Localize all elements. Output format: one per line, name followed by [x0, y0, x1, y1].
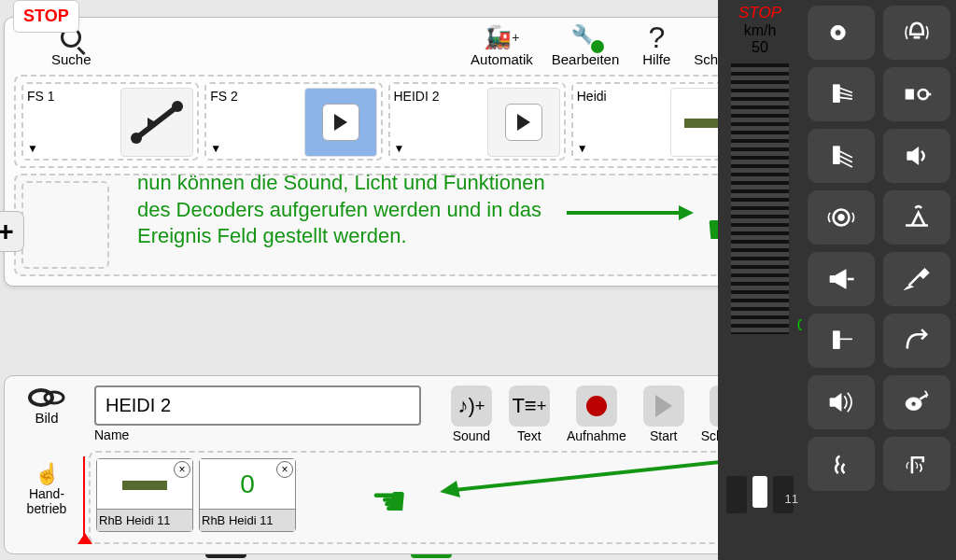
fn-steam-button[interactable]	[808, 437, 875, 491]
fn-cab-light-button[interactable]	[808, 314, 875, 368]
empty-slot[interactable]	[21, 181, 109, 269]
fn-light-rear-button[interactable]	[808, 129, 875, 183]
svg-point-0	[131, 133, 142, 144]
slot-fs1[interactable]: FS 1× ▼	[21, 82, 199, 161]
fn-pantograph-button[interactable]	[883, 190, 950, 245]
stop-button[interactable]: STOP	[13, 0, 79, 33]
speed-panel: STOP km/h 50 0 11	[718, 0, 802, 560]
record-icon	[586, 396, 607, 416]
card-close-icon[interactable]: ×	[174, 461, 190, 478]
headlight-icon	[825, 17, 857, 49]
top-panel: Suche 🚂+ Automatik 🔧 Bearbeiten ? Hilfe …	[4, 17, 766, 287]
light-cone-down-icon	[825, 140, 857, 172]
svg-point-7	[835, 30, 841, 36]
name-label: Name	[94, 427, 421, 442]
whistle-icon	[901, 386, 933, 418]
sound-icon: ♪)+	[451, 385, 492, 427]
slot-row: FS 1× ▼ FS 2× ▼ HEIDI 2× ▼ Heidi× ▼	[14, 75, 756, 168]
fn-decouple-button[interactable]	[883, 67, 950, 121]
pantograph-icon	[901, 202, 933, 233]
play-button[interactable]	[322, 104, 359, 141]
card-value: 0	[240, 469, 255, 499]
decouple-icon	[901, 78, 933, 110]
name-input[interactable]	[94, 385, 421, 426]
text-icon: T≡+	[509, 385, 550, 427]
speed-stop-label: STOP	[718, 4, 802, 22]
text-button[interactable]: T≡+Text	[509, 385, 550, 443]
slot-label: HEIDI 2	[394, 89, 440, 104]
svg-point-1	[172, 101, 183, 112]
handbetrieb-button[interactable]: ☝ Hand- betrieb	[14, 462, 79, 544]
card-label: RhB Heidi 11	[200, 510, 295, 531]
speaker-icon	[901, 140, 933, 172]
fn-headlight-button[interactable]	[808, 6, 875, 60]
locomotive-icon: 🚂+	[483, 23, 520, 51]
wrench-icon: 🔧	[567, 23, 604, 51]
fn-volume-button[interactable]	[883, 129, 950, 183]
bearbeiten-label: Bearbeiten	[552, 51, 620, 67]
horn-icon	[825, 263, 857, 295]
direction-button-left[interactable]	[726, 476, 747, 513]
toolbar: Suche 🚂+ Automatik 🔧 Bearbeiten ? Hilfe …	[14, 23, 756, 67]
speed-slider[interactable]: 0	[731, 63, 789, 334]
slot-thumb[interactable]	[120, 88, 193, 157]
automatik-button[interactable]: 🚂+ Automatik	[471, 23, 533, 67]
event-card-1[interactable]: × RhB Heidi 11	[96, 458, 193, 532]
automatik-label: Automatik	[471, 51, 533, 67]
svg-rect-8	[906, 90, 914, 99]
fn-shovel-button[interactable]	[883, 252, 950, 306]
slot-row-2: nun können die Sound, Licht und Funktion…	[14, 174, 756, 276]
fn-horn-button[interactable]	[808, 252, 875, 306]
brake-icon	[825, 202, 857, 233]
cab-light-icon	[825, 325, 857, 357]
speed-value: 50	[718, 39, 802, 56]
slot-label: FS 1	[27, 89, 55, 104]
play-button[interactable]	[505, 104, 542, 141]
sound-button[interactable]: ♪)+Sound	[451, 385, 492, 443]
timeline-cursor[interactable]	[83, 456, 85, 544]
function-panel	[802, 0, 956, 560]
arrow-right-icon	[567, 203, 697, 222]
event-card-2[interactable]: × 0 RhB Heidi 11	[199, 458, 296, 532]
bearbeiten-button[interactable]: 🔧 Bearbeiten	[552, 23, 620, 67]
speaker-waves-icon	[825, 386, 857, 418]
aufnahme-button[interactable]: Aufnahme	[567, 385, 626, 443]
start-button[interactable]: Start	[643, 385, 684, 443]
annotation-text: nun können die Sound, Licht und Funktion…	[137, 170, 576, 250]
play-icon	[517, 114, 530, 131]
direction-toggle[interactable]	[752, 476, 767, 508]
event-drop-area[interactable]: × RhB Heidi 11 × 0 RhB Heidi 11 ☚	[89, 451, 759, 544]
slot-thumb-active[interactable]	[304, 88, 377, 157]
fn-light-front-button[interactable]	[808, 67, 875, 121]
bell-icon	[901, 17, 933, 49]
add-slot-button-2[interactable]: +	[0, 211, 24, 252]
svg-point-12	[838, 215, 845, 221]
fn-sound-button[interactable]	[808, 375, 875, 429]
search-label: Suche	[51, 51, 91, 67]
steam-icon	[825, 448, 857, 480]
slot-heidi2[interactable]: HEIDI 2× ▼	[388, 82, 566, 161]
hilfe-button[interactable]: ? Hilfe	[638, 23, 675, 67]
slot-fs2[interactable]: FS 2× ▼	[204, 82, 382, 161]
timeline-marker-icon[interactable]	[77, 533, 92, 544]
curve-icon	[901, 325, 933, 357]
handbetrieb-label: Hand- betrieb	[27, 486, 67, 516]
slot-label: FS 2	[210, 89, 238, 104]
svg-point-15	[911, 401, 916, 406]
card-close-icon[interactable]: ×	[276, 461, 293, 478]
fn-water-button[interactable]	[883, 437, 950, 491]
water-crane-icon	[901, 448, 933, 480]
route-icon	[129, 99, 185, 146]
fn-whistle-button[interactable]	[883, 375, 950, 429]
fn-curve-button[interactable]	[883, 314, 950, 368]
fn-brake-button[interactable]	[808, 190, 875, 245]
help-icon: ?	[638, 23, 675, 51]
light-cone-icon	[825, 78, 857, 110]
slot-label: Heidi	[577, 89, 607, 104]
coupling-icon	[28, 385, 65, 410]
bild-button[interactable]: Bild	[14, 385, 79, 426]
fn-bell-button[interactable]	[883, 6, 950, 60]
speed-unit-label: km/h	[718, 22, 802, 39]
slot-thumb[interactable]	[487, 88, 560, 157]
cursor-icon: ☝	[35, 462, 60, 486]
